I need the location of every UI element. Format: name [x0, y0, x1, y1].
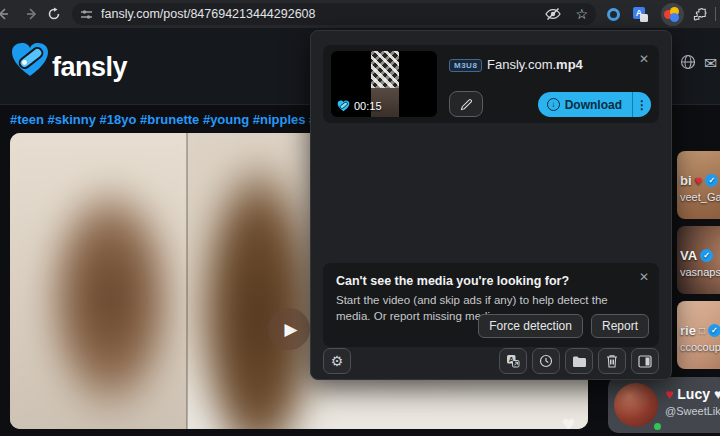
play-button[interactable]: ▶ — [268, 308, 310, 350]
chat-name: Lucy — [677, 386, 710, 402]
brand-wordmark[interactable]: fansly — [52, 52, 127, 83]
fansly-heart-icon — [337, 100, 350, 112]
download-more-button[interactable]: ⋮ — [632, 92, 651, 117]
force-detection-button[interactable]: Force detection — [478, 314, 583, 338]
browser-toolbar: fansly.com/post/847694213444292608 ☆ A — [0, 0, 720, 28]
eye-off-icon[interactable] — [545, 7, 561, 21]
translate-overlay — [640, 14, 648, 22]
creator-handle: veet_Gab... — [680, 191, 720, 203]
extension-popup: 00:15 M3U8 Fansly.com.mp4 ✕ ↓ Download ⋮… — [310, 30, 672, 380]
convert-button[interactable]: A — [499, 348, 527, 374]
url-text[interactable]: fansly.com/post/847694213444292608 — [101, 7, 316, 21]
gear-icon: ⚙ — [331, 354, 344, 368]
play-icon: ▶ — [284, 319, 297, 340]
suggestion-card[interactable]: bi♥✓ veet_Gab... — [677, 151, 720, 219]
media-convert-icon: A — [506, 354, 520, 368]
clock-icon — [539, 354, 553, 368]
split-panel-icon — [638, 355, 652, 368]
address-bar[interactable]: fansly.com/post/847694213444292608 ☆ — [72, 3, 596, 25]
media-seam — [186, 133, 188, 429]
creator-name: bi — [680, 173, 692, 188]
extensions-area: A — [607, 0, 720, 28]
video-thumbnail[interactable]: 00:15 — [331, 51, 437, 117]
pattern-area — [371, 51, 399, 88]
close-icon[interactable]: ✕ — [639, 53, 649, 65]
screen: fansly.com/post/847694213444292608 ☆ A — [0, 0, 720, 436]
download-label: Download — [565, 98, 622, 112]
report-button[interactable]: Report — [591, 314, 649, 338]
online-status-dot — [652, 421, 663, 432]
history-button[interactable] — [532, 348, 560, 374]
suggestion-card[interactable]: VA✓ vasnaps — [677, 226, 720, 294]
video-duration: 00:15 — [354, 100, 382, 112]
side-panel-button[interactable] — [631, 348, 659, 374]
dots-vertical-icon: ⋮ — [636, 98, 648, 112]
logo-dot-blue — [670, 13, 679, 22]
puzzle-extensions-icon[interactable] — [692, 6, 709, 23]
download-arrow-icon: ↓ — [547, 98, 560, 111]
fansly-logo-icon[interactable] — [10, 42, 50, 78]
creator-name: VA — [680, 248, 697, 263]
chat-handle: @SweetLike... — [665, 405, 720, 417]
download-button[interactable]: ↓ Download — [538, 92, 632, 117]
toolbar-divider — [715, 7, 716, 21]
reload-icon[interactable] — [44, 4, 64, 24]
creator-name: rie — [680, 323, 696, 338]
chat-notification-card[interactable]: ♥Lucy♥ @SweetLike... — [608, 377, 720, 433]
like-heart-icon[interactable]: ♥ — [562, 411, 575, 429]
verified-icon: ✓ — [705, 174, 718, 187]
close-icon[interactable]: ✕ — [639, 271, 649, 283]
missing-media-notice: Can't see the media you're looking for? … — [323, 263, 659, 347]
detected-media-card: 00:15 M3U8 Fansly.com.mp4 ✕ ↓ Download ⋮ — [323, 45, 659, 123]
heart-icon: ♥ — [665, 386, 673, 402]
clear-list-button[interactable] — [598, 348, 626, 374]
folder-icon — [572, 355, 587, 368]
heart-icon: ♥ — [714, 386, 720, 402]
notice-title: Can't see the media you're looking for? — [336, 274, 569, 288]
globe-icon[interactable] — [680, 54, 696, 70]
circle-extension-icon[interactable] — [607, 8, 620, 21]
format-badge: M3U8 — [449, 59, 482, 72]
messages-envelope-icon[interactable]: ✉ — [704, 54, 717, 73]
box-glyph: □ — [699, 325, 705, 336]
media-filename: Fansly.com.mp4 — [487, 57, 583, 72]
rename-button[interactable] — [449, 91, 483, 117]
blurred-image — [10, 133, 187, 429]
verified-icon: ✓ — [708, 324, 720, 337]
settings-button[interactable]: ⚙ — [323, 348, 351, 374]
site-settings-icon[interactable] — [80, 8, 93, 21]
heart-icon: ♥ — [695, 173, 703, 188]
creator-handle: vasnaps — [680, 266, 720, 278]
avatar — [614, 383, 658, 427]
translate-extension-icon[interactable]: A — [633, 7, 648, 22]
downloads-folder-button[interactable] — [565, 348, 593, 374]
back-icon[interactable] — [0, 4, 13, 24]
suggestion-card[interactable]: rie□✓ ccocoup... — [677, 301, 720, 369]
forward-icon[interactable] — [22, 4, 42, 24]
verified-icon: ✓ — [700, 249, 713, 262]
popup-toolbar: ⚙ A — [323, 348, 659, 374]
video-downloader-extension-icon[interactable] — [661, 3, 684, 26]
creator-handle: ccocoup... — [680, 341, 720, 353]
pencil-icon — [460, 98, 473, 111]
trash-icon — [606, 354, 618, 368]
media-pane-blurred — [10, 133, 187, 429]
bookmark-star-icon[interactable]: ☆ — [575, 6, 588, 22]
